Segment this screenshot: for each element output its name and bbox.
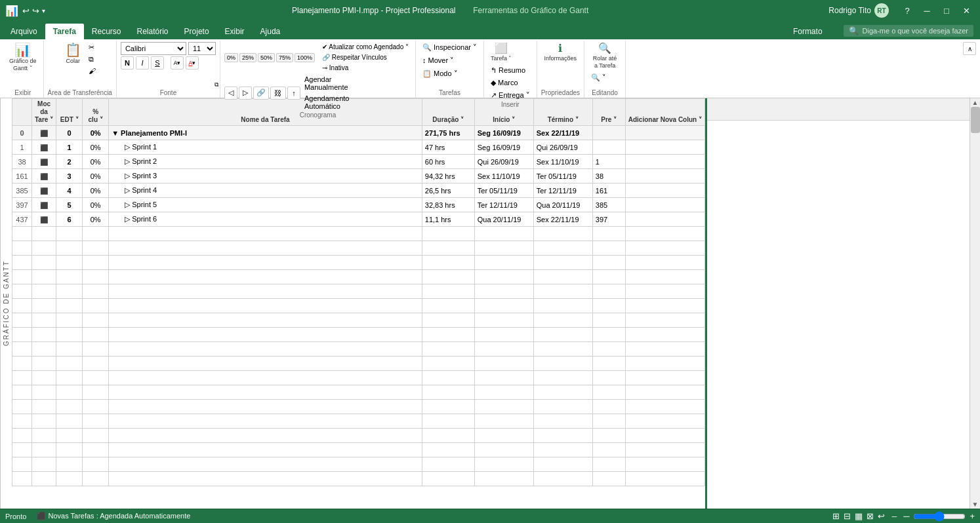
status-zoom-in[interactable]: + <box>970 511 975 521</box>
font-name-select[interactable]: Calibri <box>121 42 186 55</box>
col-edt[interactable]: EDT ˅ <box>56 99 83 126</box>
agendar-manual-btn[interactable]: AgendarManualmente <box>302 74 352 92</box>
cell-name: ▼ Planejamento PMI-I <box>109 126 422 140</box>
scroll-up-btn[interactable]: ▲ <box>970 98 980 107</box>
prog-0-btn[interactable]: 0% <box>224 53 238 62</box>
col-end[interactable]: Término ˅ <box>533 99 592 126</box>
cell-end: Sex 22/11/19 <box>533 212 592 227</box>
cell-mode: ⬛ <box>32 140 56 155</box>
bold-btn[interactable]: N <box>121 56 134 69</box>
font-color-bg-btn[interactable]: A▾ <box>171 56 184 69</box>
v-scrollbar[interactable]: ▲ ▼ <box>970 98 980 509</box>
help-btn[interactable]: ? <box>899 3 916 18</box>
prog-25-btn[interactable]: 25% <box>239 53 256 62</box>
font-size-select[interactable]: 11 <box>188 42 216 55</box>
cell-mode: ⬛ <box>32 169 56 184</box>
cell-empty-start <box>474 342 533 357</box>
unlink-tasks-btn[interactable]: ⛓ <box>270 87 286 100</box>
search-box[interactable]: 🔍 Diga-me o que você deseja fazer <box>844 25 973 37</box>
respeitar-btn[interactable]: 🔗 Respeitar Vínculos <box>319 52 411 62</box>
maximize-btn[interactable]: □ <box>938 3 955 18</box>
link-tasks-btn[interactable]: 🔗 <box>253 87 269 100</box>
tab-recurso[interactable]: Recurso <box>84 24 129 39</box>
scroll-down-btn[interactable]: ▼ <box>970 500 980 509</box>
tab-ajuda[interactable]: Ajuda <box>253 24 289 39</box>
tab-tarefa[interactable]: Tarefa <box>45 24 84 39</box>
minimize-btn[interactable]: ─ <box>918 3 935 18</box>
status-icon-5[interactable]: ↩ <box>878 511 885 521</box>
gantt-btn[interactable]: 📊 Gráfico deGantt ˅ <box>7 42 39 73</box>
zoom-slider[interactable] <box>913 511 966 522</box>
marco-btn[interactable]: ◆ Marco <box>488 77 521 88</box>
mover-btn[interactable]: ↕ Mover ˅ <box>420 55 457 66</box>
cell-empty-name <box>109 385 422 400</box>
tab-projeto[interactable]: Projeto <box>176 24 217 39</box>
table-row-empty <box>12 429 705 443</box>
status-zoom-out[interactable]: ─ <box>903 511 909 521</box>
cell-empty-mode <box>32 270 56 284</box>
cell-empty-edt <box>56 385 83 400</box>
inspecionar-btn[interactable]: 🔍 Inspecionar ˅ <box>420 42 480 53</box>
undo-btn[interactable]: ↩ <box>22 6 30 16</box>
cell-empty-edt <box>56 457 83 472</box>
col-pct[interactable]: %clu ˅ <box>83 99 109 126</box>
cell-row-num: 0 <box>12 126 32 140</box>
col-row-num[interactable] <box>12 99 32 126</box>
entrega-btn[interactable]: ↗ Entrega ˅ <box>488 90 533 101</box>
tab-arquivo[interactable]: Arquivo <box>3 24 45 39</box>
tab-relatorio[interactable]: Relatório <box>129 24 176 39</box>
resumo-btn[interactable]: ↰ Resumo <box>488 65 528 76</box>
redo-btn[interactable]: ↪ <box>32 6 39 16</box>
inativa-btn[interactable]: ⊸ Inativa <box>319 63 411 73</box>
scroll-left-btn[interactable]: ↑ <box>287 87 300 100</box>
font-color-btn[interactable]: A▾ <box>186 56 199 69</box>
pincel-btn[interactable]: 🖌 <box>86 66 98 76</box>
cell-empty-pre <box>592 414 625 429</box>
cell-empty-add <box>625 371 704 385</box>
prog-75-btn[interactable]: 75% <box>276 53 293 62</box>
cell-empty-pre <box>592 457 625 472</box>
tab-formato[interactable]: Formato <box>785 24 830 39</box>
edit-search-btn[interactable]: 🔍 ˅ <box>588 72 609 83</box>
cell-predecessors: 161 <box>592 184 625 198</box>
prog-50-btn[interactable]: 50% <box>258 53 275 62</box>
cell-empty-name <box>109 227 422 241</box>
indent-right-btn[interactable]: ▷ <box>239 87 252 100</box>
status-icon-4[interactable]: ⊠ <box>867 511 874 521</box>
font-dialog-launcher[interactable]: ⧉ <box>214 81 218 88</box>
informacoes-btn[interactable]: ℹ Informações <box>542 42 580 64</box>
status-icon-3[interactable]: ▦ <box>855 511 863 521</box>
copiar-btn[interactable]: ⧉ <box>86 54 98 65</box>
italic-btn[interactable]: I <box>136 56 149 69</box>
recortar-btn[interactable]: ✂ <box>86 42 98 53</box>
cell-empty-end <box>533 414 592 429</box>
col-duration[interactable]: Duração ˅ <box>422 99 474 126</box>
app-icon: 📊 <box>5 5 18 17</box>
col-add[interactable]: Adicionar Nova Colun ˅ <box>625 99 704 126</box>
cell-empty-rownum <box>12 457 32 472</box>
underline-btn[interactable]: S <box>151 56 164 69</box>
tab-exibir[interactable]: Exibir <box>217 24 253 39</box>
gantt-header <box>707 98 970 121</box>
scroll-thumb[interactable] <box>971 107 980 133</box>
atualizar-btn[interactable]: ✔ Atualizar como Agendado ˅ <box>319 42 411 52</box>
colar-btn[interactable]: 📋 Colar <box>61 42 85 66</box>
cell-empty-rownum <box>12 443 32 457</box>
rolar-tarefa-btn[interactable]: 🔍 Rolar atéa Tarefa <box>588 42 621 71</box>
modo-btn[interactable]: 📋 Modo ˅ <box>420 68 460 79</box>
indent-left-btn[interactable]: ◁ <box>224 87 237 100</box>
prog-100-btn[interactable]: 100% <box>295 53 315 62</box>
agendar-auto-btn[interactable]: AgendamentoAutomático <box>302 93 352 111</box>
cell-empty-dur <box>422 385 474 400</box>
status-icon-2[interactable]: ⊟ <box>844 511 851 521</box>
quick-access-btn[interactable]: ▾ <box>42 7 45 14</box>
col-mode[interactable]: MocdaTare ˅ <box>32 99 56 126</box>
close-btn[interactable]: ✕ <box>958 3 975 18</box>
task-mode-icon: ⬛ <box>40 130 48 137</box>
ribbon-collapse-btn[interactable]: ∧ <box>963 42 976 55</box>
status-icon-1[interactable]: ⊞ <box>832 511 840 521</box>
cell-start: Seg 16/09/19 <box>474 140 533 155</box>
tarefa-inserir-btn[interactable]: ⬜ Tarefa ˅ <box>488 42 515 64</box>
cell-empty-dur <box>422 457 474 472</box>
col-predecessors[interactable]: Pre ˅ <box>592 99 625 126</box>
